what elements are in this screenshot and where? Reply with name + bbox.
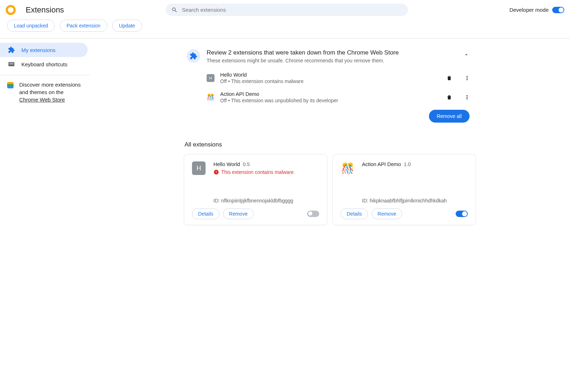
puzzle-icon [8,46,15,53]
load-unpacked-button[interactable]: Load unpacked [7,20,55,32]
puzzle-icon [190,52,197,60]
developer-mode-toggle[interactable] [552,7,564,13]
extension-name: Action API Demo [362,161,401,167]
error-icon [213,169,219,175]
review-title: Review 2 extensions that were taken down… [207,49,457,56]
extension-warning: This extension contains malware. [221,169,295,175]
update-button[interactable]: Update [112,20,142,32]
all-extensions-heading: All extensions [185,141,476,148]
more-button[interactable] [461,72,473,84]
sidebar-item-keyboard-shortcuts[interactable]: Keyboard shortcuts [0,57,88,71]
extension-card: 🎊 Action API Demo1.0 ID: hikpknaabfbhlfj… [332,154,476,225]
search-field[interactable] [181,6,402,13]
extension-icon: 🎊 [207,93,214,101]
chrome-web-store-promo: Discover more extensions and themes on t… [19,81,83,103]
sidebar-item-label: Keyboard shortcuts [21,61,67,67]
pack-extension-button[interactable]: Pack extension [60,20,107,32]
trash-icon [446,75,452,81]
flagged-extension-row: H Hello World Off • This extension conta… [207,72,473,84]
extension-card: H Hello World0.5 This extension contains… [184,154,327,225]
more-button[interactable] [461,91,473,103]
trash-icon [446,94,452,100]
extension-name: Hello World [213,161,240,167]
extension-icon: H [192,161,206,175]
search-input[interactable] [166,4,408,16]
chevron-up-icon [463,51,470,58]
extension-version: 1.0 [404,161,411,167]
more-vert-icon [464,94,470,100]
chrome-web-store-link[interactable]: Chrome Web Store [19,97,65,103]
details-button[interactable]: Details [341,208,368,219]
keyboard-icon [8,61,15,68]
remove-button[interactable]: Remove [223,208,254,219]
flagged-extension-name: Hello World [220,72,437,78]
extension-icon: 🎊 [341,161,354,175]
flagged-extension-status: Off • This extension contains malware [220,78,437,84]
sidebar-item-my-extensions[interactable]: My extensions [0,43,88,57]
review-panel: Review 2 extensions that were taken down… [184,47,476,125]
remove-all-button[interactable]: Remove all [429,110,470,123]
search-icon [171,7,178,13]
extension-version: 0.5 [243,161,250,167]
delete-button[interactable] [443,72,455,84]
review-badge [187,49,200,63]
collapse-toggle[interactable] [463,51,470,59]
flagged-extension-name: Action API Demo [220,91,437,97]
review-subtitle: These extensions might be unsafe. Chrome… [207,58,457,63]
more-vert-icon [464,75,470,81]
flagged-extension-status: Off • This extension was unpublished by … [220,98,437,103]
enable-toggle[interactable] [307,211,319,217]
page-title: Extensions [26,5,64,15]
chrome-web-store-icon [7,82,14,88]
enable-toggle[interactable] [456,211,468,217]
extension-id: ID: nflknpiinlpjkfbnennojakldbfbgggg [213,198,319,203]
delete-button[interactable] [443,91,455,103]
flagged-extension-row: 🎊 Action API Demo Off • This extension w… [207,91,473,103]
extension-id: ID: hikpknaabfbhlfjpimlkmichhdhkdkah [362,198,468,203]
developer-mode-label: Developer mode [509,7,549,13]
chrome-logo [6,5,16,15]
remove-button[interactable]: Remove [372,208,402,219]
sidebar-item-label: My extensions [21,47,56,53]
details-button[interactable]: Details [192,208,219,219]
extension-icon: H [207,74,214,82]
